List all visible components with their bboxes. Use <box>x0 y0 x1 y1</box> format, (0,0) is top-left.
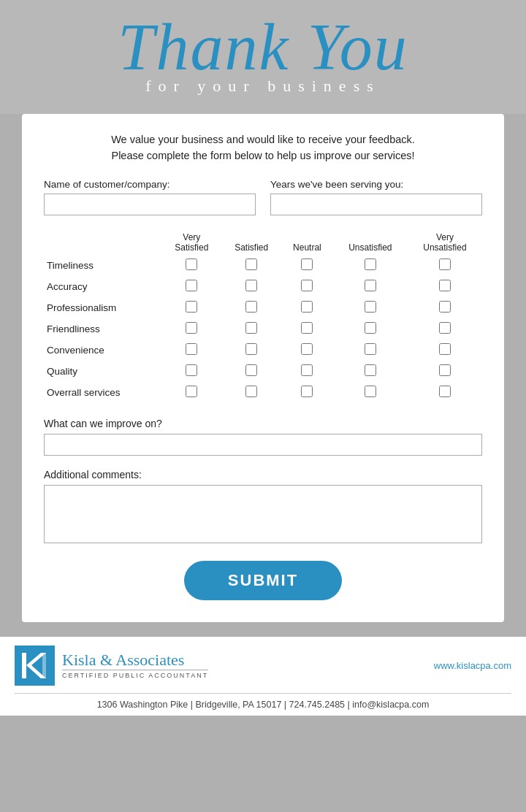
table-row: Overrall services <box>44 382 482 403</box>
improve-label: What can we improve on? <box>44 418 482 429</box>
rating-checkbox[interactable] <box>301 322 313 334</box>
rating-checkbox[interactable] <box>365 322 376 334</box>
unsatisfied-header: Unsatisfied <box>333 230 408 256</box>
table-row: Quality <box>44 361 482 382</box>
years-field-group: Years we've been serving you: <box>270 179 482 215</box>
footer-address: 1306 Washington Pike | Bridgeville, PA 1… <box>15 700 511 710</box>
rating-checkbox[interactable] <box>439 258 451 270</box>
row-label-header <box>44 230 161 256</box>
logo-text-area: Kisla & Associates CERTIFIED PUBLIC ACCO… <box>62 652 208 679</box>
neutral-header: Neutral <box>281 230 333 256</box>
rating-checkbox[interactable] <box>186 322 197 334</box>
rating-checkbox[interactable] <box>439 364 451 376</box>
submit-button[interactable]: SUBMIT <box>184 561 342 600</box>
improve-input[interactable] <box>44 434 482 456</box>
rating-checkbox[interactable] <box>245 322 257 334</box>
rating-checkbox[interactable] <box>439 343 451 355</box>
years-input[interactable] <box>270 194 482 215</box>
top-fields-row: Name of customer/company: Years we've be… <box>44 179 482 215</box>
rating-checkbox[interactable] <box>245 343 257 355</box>
svg-rect-3 <box>42 653 46 678</box>
rating-checkbox[interactable] <box>301 301 313 313</box>
table-row: Professionalism <box>44 297 482 318</box>
company-logo-icon <box>15 646 55 686</box>
rating-checkbox[interactable] <box>186 364 197 376</box>
comments-label: Additional comments: <box>44 469 482 480</box>
rating-checkbox[interactable] <box>245 386 257 397</box>
rating-checkbox[interactable] <box>186 280 197 291</box>
intro-text: We value your business and would like to… <box>44 132 482 164</box>
customer-input[interactable] <box>44 194 256 215</box>
rating-checkbox[interactable] <box>186 343 197 355</box>
company-subtitle: CERTIFIED PUBLIC ACCOUNTANT <box>62 670 208 679</box>
rating-checkbox[interactable] <box>245 364 257 376</box>
row-label: Friendliness <box>44 318 161 340</box>
row-label: Convenience <box>44 340 161 361</box>
rating-checkbox[interactable] <box>301 258 313 270</box>
rating-checkbox[interactable] <box>245 301 257 313</box>
rating-checkbox[interactable] <box>439 322 451 334</box>
footer-top: Kisla & Associates CERTIFIED PUBLIC ACCO… <box>15 646 511 694</box>
rating-checkbox[interactable] <box>365 386 376 397</box>
row-label: Accuracy <box>44 276 161 297</box>
rating-checkbox[interactable] <box>301 364 313 376</box>
row-label: Overrall services <box>44 382 161 403</box>
rating-checkbox[interactable] <box>365 343 376 355</box>
comments-textarea[interactable] <box>44 485 482 543</box>
table-row: Timeliness <box>44 255 482 276</box>
customer-field-group: Name of customer/company: <box>44 179 256 215</box>
form-card: We value your business and would like to… <box>22 114 504 622</box>
years-label: Years we've been serving you: <box>270 179 482 190</box>
rating-checkbox[interactable] <box>365 280 376 291</box>
svg-rect-0 <box>15 646 55 686</box>
table-row: Convenience <box>44 340 482 361</box>
rating-checkbox[interactable] <box>245 280 257 291</box>
rating-checkbox[interactable] <box>365 301 376 313</box>
rating-checkbox[interactable] <box>439 280 451 291</box>
row-label: Professionalism <box>44 297 161 318</box>
subtitle-text: for your business <box>15 77 511 96</box>
rating-checkbox[interactable] <box>186 386 197 397</box>
customer-label: Name of customer/company: <box>44 179 256 190</box>
rating-checkbox[interactable] <box>301 343 313 355</box>
thank-you-title: Thank You <box>15 15 511 80</box>
rating-checkbox[interactable] <box>365 258 376 270</box>
company-name: Kisla & Associates <box>62 652 208 668</box>
row-label: Timeliness <box>44 255 161 276</box>
very-satisfied-header: VerySatisfied <box>161 230 221 256</box>
submit-area: SUBMIT <box>44 561 482 600</box>
table-row: Friendliness <box>44 318 482 340</box>
website-link[interactable]: www.kislacpa.com <box>434 660 511 671</box>
rating-checkbox[interactable] <box>439 301 451 313</box>
rating-table: VerySatisfied Satisfied Neutral Unsatisf… <box>44 230 482 404</box>
rating-checkbox[interactable] <box>301 386 313 397</box>
rating-checkbox[interactable] <box>245 258 257 270</box>
logo-area: Kisla & Associates CERTIFIED PUBLIC ACCO… <box>15 646 208 686</box>
table-row: Accuracy <box>44 276 482 297</box>
row-label: Quality <box>44 361 161 382</box>
header-section: Thank You for your business <box>0 0 526 114</box>
svg-rect-1 <box>22 653 26 678</box>
rating-checkbox[interactable] <box>186 301 197 313</box>
rating-checkbox[interactable] <box>186 258 197 270</box>
rating-checkbox[interactable] <box>439 386 451 397</box>
rating-checkbox[interactable] <box>301 280 313 291</box>
rating-checkbox[interactable] <box>365 364 376 376</box>
satisfied-header: Satisfied <box>221 230 281 256</box>
very-unsatisfied-header: VeryUnsatisfied <box>408 230 482 256</box>
footer-section: Kisla & Associates CERTIFIED PUBLIC ACCO… <box>0 637 526 716</box>
